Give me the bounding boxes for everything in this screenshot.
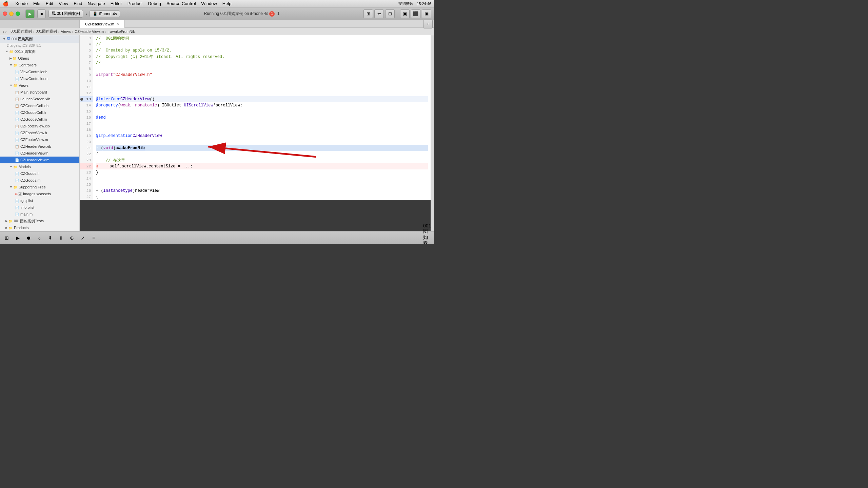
sidebar-item-products[interactable]: ▶ 📁 Products	[0, 224, 79, 231]
scheme-selector[interactable]: 🏗 001团购案例	[48, 10, 83, 18]
sidebar-item-group-main[interactable]: ▼ 📁 001团购案例	[0, 48, 79, 55]
version-toggle[interactable]: ⊡	[385, 9, 395, 18]
sidebar-item-czgoods-m[interactable]: 📄 CZGoods.m	[0, 177, 79, 184]
czgoods-m-label: CZGoods.m	[20, 178, 40, 182]
sidebar-item-czheaderview-h[interactable]: 📄 CZHeaderView.h	[0, 150, 79, 157]
sidebar-item-tgs-plist[interactable]: 📄 tgs.plist	[0, 197, 79, 204]
ln-19: 19	[80, 133, 93, 139]
m-czgoods-icon: 📄	[15, 179, 19, 182]
sidebar-item-czgoodscell-m[interactable]: 📄 CZGoodsCell.m	[0, 116, 79, 123]
ln-22: 22	[80, 151, 93, 157]
sidebar-item-czheaderview-m[interactable]: 📄 CZHeaderView.m	[0, 157, 79, 163]
sidebar-item-czgoodscell-h[interactable]: 📄 CZGoodsCell.h	[0, 109, 79, 116]
panel-bottom-toggle[interactable]: ⬛	[411, 9, 420, 18]
info-plist-label: Info.plist	[20, 205, 34, 209]
breadcrumb-item-4[interactable]: - awakeFromNib	[108, 29, 135, 34]
maximize-button[interactable]	[16, 12, 20, 16]
sidebar-item-models[interactable]: ▼ 📁 Models	[0, 163, 79, 170]
device-selector[interactable]: 📱 iPhone 4s	[90, 11, 120, 17]
sidebar-item-viewcontroller-m[interactable]: 📄 ViewController.m	[0, 75, 79, 82]
step-icon-2[interactable]: ⬇	[46, 234, 54, 242]
ln-27: 25	[80, 182, 93, 188]
panel-right-toggle[interactable]: ▣	[422, 9, 431, 18]
menubar-window[interactable]: Window	[201, 1, 217, 6]
tab-czheaderview-m[interactable]: CZHeaderView.m ✕	[80, 20, 125, 28]
tests-label: 001团购案例Tests	[14, 219, 44, 224]
sidebar-item-czfooterview-h[interactable]: 📄 CZFooterView.h	[0, 129, 79, 136]
menubar-product[interactable]: Product	[127, 1, 143, 6]
menubar-help[interactable]: Help	[222, 1, 232, 6]
breadcrumb-item-2[interactable]: Views	[61, 29, 71, 34]
menubar-xcode[interactable]: Xcode	[15, 1, 28, 6]
menubar-editor[interactable]: Editor	[111, 1, 122, 6]
xib-czgoodscell-icon: 📋	[15, 104, 19, 108]
sidebar-item-others[interactable]: ▶ 📁 Others	[0, 55, 79, 62]
breadcrumb-item-0[interactable]: 001团购案例	[11, 29, 32, 34]
sidebar-item-main-m[interactable]: 📄 main.m	[0, 211, 79, 218]
code-area[interactable]: // 001团购案例 // // Created by apple on 15/…	[93, 35, 431, 200]
launchscreen-label: LaunchScreen.xib	[20, 97, 50, 101]
menubar-find[interactable]: Find	[74, 1, 82, 6]
share-icon[interactable]: ↗	[79, 234, 87, 242]
ln-18: 18	[80, 127, 93, 133]
code-line-24: ⊗ self.scrollView.contentSize = ...;	[96, 163, 428, 169]
sidebar-item-info-plist[interactable]: 📄 Info.plist	[0, 204, 79, 211]
code-editor[interactable]: 3 4 5 6 7 8 9 10 11 12 13 14 15 16 17 18	[80, 35, 431, 200]
play-icon[interactable]: ▶	[14, 234, 22, 242]
sidebar-item-main-storyboard[interactable]: 📋 Main.storyboard	[0, 89, 79, 96]
panel-left-toggle[interactable]: ▣	[400, 9, 410, 18]
menubar-navigate[interactable]: Navigate	[87, 1, 105, 6]
navigator-toggle[interactable]: ⊞	[363, 9, 373, 18]
nav-forward[interactable]: ›	[5, 29, 7, 34]
run-button[interactable]: ▶	[25, 9, 35, 18]
bottom-bar: ⊞ ▶ ⏺ ⬦ ⬇ ⬆ ⊕ ↗ ≡ 001团购案例	[0, 231, 434, 244]
sidebar-item-czheaderview-xib[interactable]: 📋 CZHeaderView.xib	[0, 143, 79, 150]
sidebar-item-launchscreen[interactable]: 📋 LaunchScreen.xib	[0, 96, 79, 102]
menubar-edit[interactable]: Edit	[46, 1, 53, 6]
menubar-file[interactable]: File	[33, 1, 40, 6]
sidebar-item-czgoods-h[interactable]: 📄 CZGoods.h	[0, 170, 79, 177]
sidebar-item-views[interactable]: ▼ 📁 Views	[0, 82, 79, 89]
step-icon-3[interactable]: ⬆	[57, 234, 65, 242]
ln-24: 22	[80, 163, 93, 169]
record-icon[interactable]: ⏺	[24, 234, 33, 242]
sidebar-item-czgoodscell-xib[interactable]: 📋 CZGoodsCell.xib	[0, 102, 79, 109]
viewcontroller-m-label: ViewController.m	[20, 77, 48, 81]
sidebar-item-controllers[interactable]: ▼ 📁 Controllers	[0, 62, 79, 68]
nav-icon[interactable]: ⊕	[68, 234, 76, 242]
stop-button[interactable]: ■	[37, 9, 46, 18]
code-line-20	[96, 139, 428, 145]
code-line-11	[96, 84, 428, 90]
sidebar-project[interactable]: ▼ 🏗 001团购案例	[0, 35, 79, 43]
code-line-29: {	[96, 194, 428, 200]
minimize-button[interactable]	[9, 12, 14, 16]
sidebar-item-tests[interactable]: ▶ 📁 001团购案例Tests	[0, 218, 79, 224]
czgoods-h-label: CZGoods.h	[20, 171, 39, 176]
ln-12: 12	[80, 90, 93, 96]
breadcrumb-item-1[interactable]: 001团购案例	[36, 29, 57, 34]
code-line-15	[96, 108, 428, 115]
ln-26: 24	[80, 176, 93, 182]
menubar-source-control[interactable]: Source Control	[166, 1, 196, 6]
status-text: Running 001团购案例 on iPhone 4s	[204, 11, 268, 16]
add-tab-button[interactable]: +	[423, 20, 433, 28]
tab-close-icon[interactable]: ✕	[116, 22, 119, 26]
step-icon-1[interactable]: ⬦	[35, 234, 43, 242]
menubar-debug[interactable]: Debug	[148, 1, 161, 6]
filter-icon[interactable]: ≡	[90, 234, 98, 242]
menubar-view[interactable]: View	[59, 1, 68, 6]
sidebar-item-viewcontroller-h[interactable]: 📄 ViewController.h	[0, 68, 79, 75]
ln-4: 4	[80, 41, 93, 47]
sidebar-item-images-xcassets[interactable]: ⊗ 🖼 Images.xcassets	[0, 190, 79, 197]
close-button[interactable]	[3, 12, 7, 16]
disclosure-models: ▼	[9, 165, 13, 168]
storyboard-icon: 📋	[15, 90, 19, 94]
sidebar-item-czfooterview-xib[interactable]: 📋 CZFooterView.xib	[0, 123, 79, 129]
breadcrumb-item-3[interactable]: CZHeaderView.m	[75, 29, 104, 34]
apple-menu[interactable]: 🍎	[3, 1, 8, 6]
sidebar-item-czfooterview-m[interactable]: 📄 CZFooterView.m	[0, 136, 79, 143]
nav-back[interactable]: ‹	[3, 29, 4, 34]
assistant-toggle[interactable]: ⇌	[374, 9, 384, 18]
view-toggle-icon[interactable]: ⊞	[3, 234, 11, 242]
sidebar-item-supporting[interactable]: ▼ 📁 Supporting Files	[0, 184, 79, 190]
